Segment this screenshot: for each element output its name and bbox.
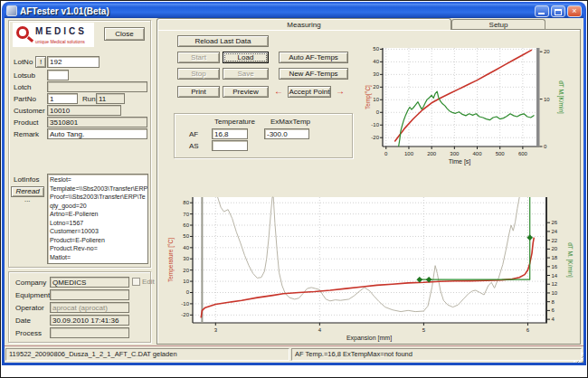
tab-measuring[interactable]: Measuring (156, 18, 451, 30)
svg-text:-10: -10 (371, 122, 379, 128)
partno-label: PartNo (14, 95, 36, 103)
svg-text:26: 26 (552, 220, 558, 225)
svg-text:-20: -20 (371, 135, 379, 140)
reload-last-data-button[interactable]: Reload Last Data (177, 35, 269, 47)
temp-time-chart: 0100200300400500600-20-10010203040500102… (363, 36, 580, 188)
svg-text:300: 300 (450, 151, 460, 156)
stop-button: Stop (177, 68, 220, 80)
process-label: Process (15, 329, 42, 337)
svg-text:10: 10 (183, 279, 189, 284)
svg-text:20: 20 (373, 84, 379, 90)
close-button[interactable]: Close (104, 27, 145, 41)
save-button: Save (223, 68, 269, 80)
svg-text:8: 8 (552, 299, 555, 305)
temperature-groupbox: Temperature ExMaxTemp AF AS (174, 113, 353, 158)
lotch-label: Lotch (14, 83, 32, 91)
lotch-input (47, 81, 147, 92)
svg-text:0: 0 (376, 109, 380, 115)
lotsub-label: Lotsub (14, 71, 35, 80)
lotno-lookup-button[interactable]: ! (35, 56, 46, 68)
as-temperature-input[interactable] (212, 140, 248, 151)
partno-input[interactable] (47, 93, 78, 104)
svg-text:50: 50 (373, 46, 379, 52)
svg-text:6: 6 (552, 307, 555, 313)
run-input (96, 93, 125, 104)
status-separator (5, 345, 583, 346)
reread-button[interactable]: Reread ... (11, 186, 44, 197)
product-input (47, 117, 147, 128)
process-input (50, 327, 129, 338)
equipment-label: Equipment (15, 291, 50, 299)
preview-button[interactable]: Preview (223, 86, 269, 98)
product-label: Product (14, 118, 39, 127)
as-row-label: AS (189, 142, 199, 150)
svg-text:24: 24 (552, 229, 558, 234)
lotinfos-label: LotInfos (14, 175, 39, 184)
app-icon (6, 5, 17, 16)
accept-point-right-arrow-icon[interactable]: → (334, 86, 346, 98)
svg-text:0: 0 (544, 144, 547, 149)
svg-text:-20: -20 (181, 312, 189, 317)
svg-text:10: 10 (544, 97, 550, 102)
close-window-button[interactable]: × (567, 5, 582, 17)
load-button[interactable]: Load (223, 52, 269, 63)
operator-label: Operator (15, 304, 44, 312)
svg-text:0: 0 (384, 151, 388, 156)
company-input (50, 277, 129, 288)
svg-text:Temp[°C]: Temp[°C] (365, 85, 372, 109)
svg-text:10: 10 (373, 97, 379, 102)
status-file-text: 119522_20090806_Dusza_1_2_1_AFT_C.DAT ge… (5, 348, 289, 361)
svg-text:80: 80 (183, 200, 189, 205)
svg-text:40: 40 (183, 245, 189, 250)
maximize-button[interactable] (551, 5, 565, 17)
screenshot-frame: AFTester v1.01(Beta) × MEDICS unique Med… (0, 0, 588, 378)
svg-text:30: 30 (183, 256, 189, 261)
svg-text:dT M. [K/min]: dT M. [K/min] (566, 242, 574, 278)
run-label: Run (82, 95, 96, 103)
status-aftemp-text: AF Temp.=16,8 ExTempMax=not found (291, 348, 582, 361)
af-temperature-input[interactable] (212, 128, 248, 139)
print-button[interactable]: Print (177, 86, 220, 98)
svg-text:600: 600 (518, 151, 528, 156)
af-exmaxtemp-input[interactable] (264, 128, 309, 139)
lotinfos-textbox[interactable]: Reslot= Template=\\Sbs2003\Transfer\ERP … (47, 174, 148, 264)
svg-text:200: 200 (427, 151, 437, 156)
edit-checkbox-label: Edit (142, 278, 155, 286)
window-title: AFTester v1.01(Beta) (20, 6, 532, 16)
exmaxtemp-column-header: ExMaxTemp (270, 118, 310, 126)
svg-text:20: 20 (544, 49, 550, 54)
new-af-temps-button[interactable]: New AF-Temps (279, 68, 348, 80)
svg-text:100: 100 (404, 151, 414, 156)
accept-point-button[interactable]: Accept Point (288, 86, 331, 98)
svg-text:14: 14 (552, 273, 558, 279)
remark-label: Remark (14, 130, 39, 138)
minimize-icon (538, 13, 545, 14)
lotno-input[interactable] (47, 56, 100, 68)
svg-text:30: 30 (373, 71, 379, 77)
svg-text:60: 60 (183, 222, 189, 228)
af-row-label: AF (189, 130, 198, 138)
titlebar: AFTester v1.01(Beta) × (5, 4, 583, 18)
lotsub-input[interactable] (47, 70, 69, 80)
customer-label: Customer (14, 107, 45, 115)
client-area: MEDICS unique Medical solutions Close Lo… (5, 18, 583, 363)
remark-input[interactable] (47, 128, 147, 139)
minimize-button[interactable] (535, 5, 549, 17)
svg-text:6: 6 (526, 327, 530, 333)
qmedics-tagline: unique Medical solutions (35, 39, 85, 44)
svg-text:-10: -10 (181, 301, 189, 307)
qmedics-logo: MEDICS unique Medical solutions (13, 23, 94, 47)
svg-text:4: 4 (552, 317, 555, 322)
lotno-label: LotNo (14, 58, 33, 66)
company-label: Company (15, 279, 46, 287)
svg-text:4: 4 (318, 327, 322, 333)
accept-point-left-arrow-icon[interactable]: ← (272, 86, 285, 98)
svg-text:3: 3 (214, 327, 218, 333)
customer-input (47, 105, 121, 116)
app-window: AFTester v1.01(Beta) × MEDICS unique Med… (2, 2, 586, 365)
auto-af-temps-button[interactable]: Auto AF-Temps (279, 52, 348, 63)
svg-text:400: 400 (473, 151, 483, 156)
svg-text:Time [s]: Time [s] (449, 158, 471, 165)
svg-text:16: 16 (552, 264, 558, 269)
svg-text:500: 500 (496, 151, 506, 156)
